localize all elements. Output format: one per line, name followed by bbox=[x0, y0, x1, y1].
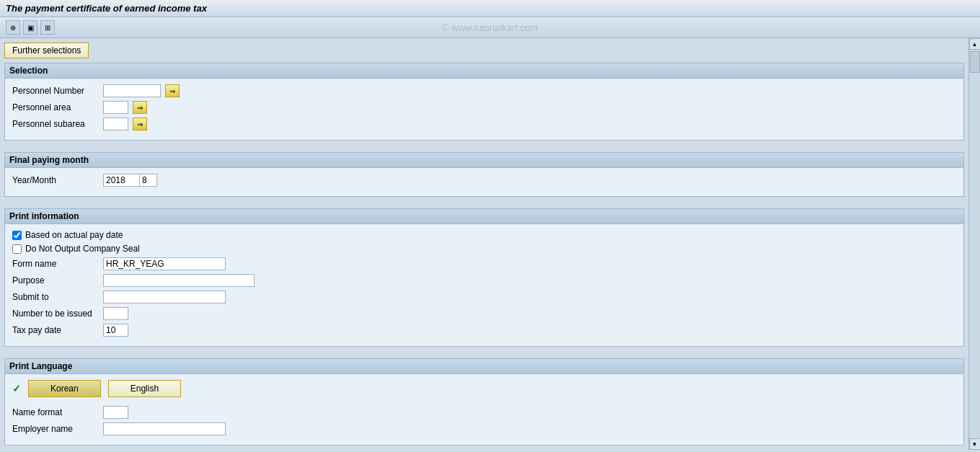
do-not-output-row: Do Not Output Company Seal bbox=[12, 244, 956, 254]
tax-pay-date-label: Tax pay date bbox=[12, 325, 99, 335]
name-format-row: Name format bbox=[12, 406, 956, 419]
do-not-output-label: Do Not Output Company Seal bbox=[25, 244, 140, 254]
print-information-panel: Print information Based on actual pay da… bbox=[4, 208, 964, 347]
form-name-row: Form name bbox=[12, 257, 956, 270]
year-month-label: Year/Month bbox=[12, 175, 99, 185]
print-information-header: Print information bbox=[5, 209, 963, 224]
form-name-input[interactable] bbox=[103, 257, 226, 270]
korean-button[interactable]: Korean bbox=[28, 380, 101, 397]
page-title: The payment certificate of earned income… bbox=[6, 3, 207, 14]
employer-name-label: Employer name bbox=[12, 424, 99, 434]
scrollbar[interactable]: ▲ ▼ bbox=[968, 38, 980, 450]
save-icon[interactable]: ▣ bbox=[23, 20, 37, 35]
personnel-area-input[interactable] bbox=[103, 101, 128, 114]
personnel-number-label: Personnel Number bbox=[12, 86, 99, 96]
purpose-row: Purpose bbox=[12, 274, 956, 287]
form-name-label: Form name bbox=[12, 259, 99, 269]
english-button[interactable]: English bbox=[108, 380, 181, 397]
watermark: © www.tutorialkart.com bbox=[442, 22, 538, 33]
name-format-input[interactable] bbox=[103, 406, 128, 419]
personnel-number-input[interactable] bbox=[103, 84, 161, 97]
personnel-subarea-row: Personnel subarea ⇒ bbox=[12, 118, 956, 130]
toolbar: ⊕ ▣ ⊞ © www.tutorialkart.com bbox=[0, 17, 980, 38]
final-paying-month-panel: Final paying month Year/Month bbox=[4, 152, 964, 197]
do-not-output-checkbox[interactable] bbox=[12, 244, 22, 254]
further-selections-button[interactable]: Further selections bbox=[4, 43, 89, 58]
title-bar: The payment certificate of earned income… bbox=[0, 0, 980, 17]
print-language-panel: Print Language ✓ Korean English Name for… bbox=[4, 358, 964, 446]
employer-name-input[interactable] bbox=[103, 422, 226, 435]
number-to-be-issued-input[interactable] bbox=[103, 307, 128, 320]
personnel-subarea-arrow[interactable]: ⇒ bbox=[133, 118, 147, 130]
main-content: Further selections Selection Personnel N… bbox=[0, 38, 968, 450]
number-to-be-issued-label: Number to be issued bbox=[12, 309, 99, 319]
year-input[interactable] bbox=[103, 174, 139, 187]
personnel-area-row: Personnel area ⇒ bbox=[12, 101, 956, 114]
personnel-number-arrow[interactable]: ⇒ bbox=[165, 84, 180, 97]
scroll-down-arrow[interactable]: ▼ bbox=[969, 438, 981, 450]
scroll-thumb[interactable] bbox=[970, 51, 980, 73]
purpose-input[interactable] bbox=[103, 274, 255, 287]
year-month-inputs bbox=[103, 174, 157, 187]
personnel-area-label: Personnel area bbox=[12, 102, 99, 112]
submit-to-input[interactable] bbox=[103, 291, 226, 303]
purpose-label: Purpose bbox=[12, 275, 99, 285]
personnel-subarea-input[interactable] bbox=[103, 118, 128, 130]
submit-to-label: Submit to bbox=[12, 292, 99, 302]
personnel-area-arrow[interactable]: ⇒ bbox=[133, 101, 147, 114]
selection-header: Selection bbox=[5, 63, 963, 79]
tax-pay-date-row: Tax pay date bbox=[12, 324, 956, 337]
based-on-actual-pay-date-label: Based on actual pay date bbox=[25, 230, 123, 240]
personnel-number-row: Personnel Number ⇒ bbox=[12, 84, 956, 97]
tax-pay-date-input[interactable] bbox=[103, 324, 128, 337]
name-format-label: Name format bbox=[12, 407, 99, 417]
checkmark-icon: ✓ bbox=[12, 383, 21, 394]
month-input[interactable] bbox=[139, 174, 157, 187]
submit-to-row: Submit to bbox=[12, 291, 956, 303]
number-to-be-issued-row: Number to be issued bbox=[12, 307, 956, 320]
based-on-actual-pay-date-checkbox[interactable] bbox=[12, 231, 22, 240]
print-icon[interactable]: ⊞ bbox=[40, 20, 55, 35]
scroll-up-arrow[interactable]: ▲ bbox=[969, 38, 981, 50]
based-on-actual-pay-date-row: Based on actual pay date bbox=[12, 230, 956, 240]
personnel-subarea-label: Personnel subarea bbox=[12, 119, 99, 129]
print-language-header: Print Language bbox=[5, 359, 963, 374]
final-paying-month-header: Final paying month bbox=[5, 153, 963, 168]
year-month-row: Year/Month bbox=[12, 174, 956, 187]
clock-icon[interactable]: ⊕ bbox=[6, 20, 20, 35]
language-buttons-row: ✓ Korean English bbox=[5, 374, 963, 403]
selection-panel: Selection Personnel Number ⇒ Personnel a… bbox=[4, 63, 964, 141]
employer-name-row: Employer name bbox=[12, 422, 956, 435]
